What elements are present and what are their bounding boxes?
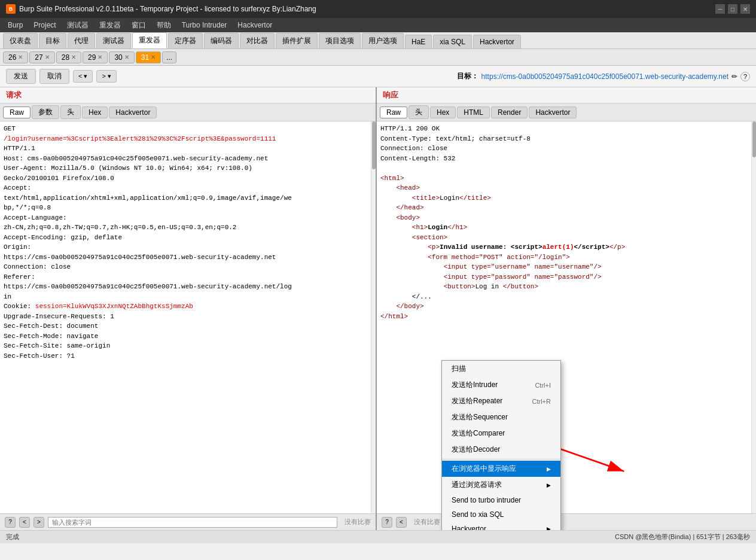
title-bar-left: B Burp Suite Professional v2.0.11beta - … (6, 4, 316, 14)
request-line-5: User-Agent: Mozilla/5.0 (Windows NT 10.0… (4, 163, 372, 174)
ctx-scan[interactable]: 扫描 (442, 361, 560, 377)
response-tab-hackvertor[interactable]: Hackvertor (529, 106, 577, 118)
resp-line-18: </... (380, 292, 752, 302)
edit-icon[interactable]: ✏ (731, 72, 737, 81)
subtab-27[interactable]: 27 ✕ (29, 51, 54, 63)
status-left: 完成 (6, 532, 19, 541)
request-tab-hex[interactable]: Hex (82, 106, 108, 118)
request-tab-hackvertor[interactable]: Hackvertor (109, 106, 157, 118)
toolbar: 发送 取消 < ▾ > ▾ 目标： https://cms-0a0b005204… (0, 66, 756, 87)
tab-target[interactable]: 目标 (39, 33, 66, 48)
context-menu: 扫描 发送给Intruder Ctrl+I 发送给Repeater Ctrl+R… (441, 360, 561, 530)
menu-window[interactable]: 窗口 (127, 19, 151, 32)
response-scrollbar-thumb[interactable] (752, 121, 756, 157)
subtab-30-close[interactable]: ✕ (124, 54, 129, 60)
request-tab-raw[interactable]: Raw (3, 106, 31, 118)
response-tab-html[interactable]: HTML (457, 106, 490, 118)
ctx-browser-request[interactable]: 通过浏览器请求 (442, 477, 560, 493)
cancel-button[interactable]: 取消 (39, 69, 69, 84)
request-line-7: Accept: (4, 183, 372, 193)
resp-line-4: Content-Length: 532 (380, 154, 752, 164)
tab-user-options[interactable]: 用户选项 (362, 33, 404, 48)
ctx-sep-1 (442, 459, 560, 459)
send-button[interactable]: 发送 (6, 69, 36, 84)
response-tab-headers[interactable]: 头 (409, 105, 429, 119)
ctx-send-repeater[interactable]: 发送给Repeater Ctrl+R (442, 393, 560, 409)
ctx-send-turbo[interactable]: Send to turbo intruder (442, 493, 560, 507)
ctx-send-intruder[interactable]: 发送给Intruder Ctrl+I (442, 377, 560, 393)
subtab-more[interactable]: ... (162, 51, 176, 63)
resp-line-9: </head> (380, 203, 752, 213)
menu-help[interactable]: 帮助 (152, 19, 176, 32)
subtab-31[interactable]: 31 ✕ (136, 51, 161, 63)
request-help-btn[interactable]: ? (5, 517, 16, 528)
request-content[interactable]: GET /login?username=%3Cscript%3Ealert%28… (0, 121, 376, 513)
tab-encoder[interactable]: 编码器 (204, 33, 239, 48)
resp-line-7: <head> (380, 183, 752, 193)
tab-comparer[interactable]: 对比器 (240, 33, 275, 48)
response-help-btn[interactable]: ? (382, 517, 392, 528)
tab-hackvertor[interactable]: Hackvertor (473, 35, 521, 48)
minimize-button[interactable]: ─ (715, 4, 725, 14)
response-prev-btn[interactable]: < (396, 517, 407, 528)
tab-tester[interactable]: 测试器 (96, 33, 131, 48)
tab-extensions[interactable]: 插件扩展 (276, 33, 318, 48)
request-search-input[interactable] (48, 517, 337, 528)
ctx-send-decoder[interactable]: 发送给Decoder (442, 442, 560, 458)
ctx-send-xia-sql[interactable]: Send to xia SQL (442, 507, 560, 522)
tab-dashboard[interactable]: 仪表盘 (3, 33, 38, 48)
request-prev-btn[interactable]: < (19, 517, 30, 528)
request-line-13: Origin: (4, 242, 372, 252)
menu-turbo[interactable]: Turbo Intruder (177, 20, 232, 31)
tab-sequencer[interactable]: 定序器 (168, 33, 203, 48)
window-controls[interactable]: ─ □ ✕ (715, 4, 750, 14)
request-scrollbar-thumb[interactable] (372, 121, 376, 169)
response-tabs: Raw 头 Hex HTML Render Hackvertor (377, 104, 756, 121)
maximize-button[interactable]: □ (728, 4, 737, 14)
subtab-29-close[interactable]: ✕ (97, 54, 102, 60)
prev-button[interactable]: < ▾ (73, 70, 93, 83)
response-tab-hex[interactable]: Hex (430, 106, 456, 118)
tab-hae[interactable]: HaE (405, 35, 432, 48)
tab-xia-sql[interactable]: xia SQL (433, 35, 472, 48)
request-tab-params[interactable]: 参数 (32, 105, 59, 119)
help-icon[interactable]: ? (740, 72, 750, 81)
menu-project[interactable]: Project (29, 20, 60, 31)
tab-repeater[interactable]: 重发器 (132, 32, 167, 48)
ctx-send-comparer[interactable]: 发送给Comparer (442, 425, 560, 442)
resp-line-5 (380, 163, 752, 174)
menu-tester[interactable]: 测试器 (62, 19, 93, 32)
next-button[interactable]: > ▾ (96, 70, 116, 83)
subtab-30[interactable]: 30 ✕ (109, 51, 134, 63)
app-title: Burp Suite Professional v2.0.11beta - Te… (19, 5, 316, 13)
subtab-26[interactable]: 26 ✕ (3, 51, 28, 63)
response-content[interactable]: HTTP/1.1 200 OK Content-Type: text/html;… (377, 121, 756, 530)
request-scrollbar[interactable] (371, 121, 376, 513)
subtab-28[interactable]: 28 ✕ (56, 51, 81, 63)
ctx-show-in-browser[interactable]: 在浏览器中显示响应 (442, 461, 560, 477)
resp-line-2: Content-Type: text/html; charset=utf-8 (380, 134, 752, 144)
subtab-29[interactable]: 29 ✕ (83, 51, 108, 63)
subtab-31-close[interactable]: ✕ (151, 54, 156, 60)
tab-proxy[interactable]: 代理 (68, 33, 95, 48)
subtab-27-close[interactable]: ✕ (45, 54, 50, 60)
close-button[interactable]: ✕ (740, 4, 750, 14)
response-scrollbar[interactable] (751, 121, 756, 530)
request-line-8: text/html,application/xhtml+xml,applicat… (4, 193, 372, 203)
menu-hackvertor[interactable]: Hackvertor (233, 20, 277, 31)
subtab-26-close[interactable]: ✕ (18, 54, 23, 60)
request-line-17: https://cms-0a0b005204975a91c040c25f005e… (4, 282, 372, 292)
ctx-send-sequencer[interactable]: 发送给Sequencer (442, 409, 560, 425)
request-no-match: 没有比赛 (345, 518, 371, 526)
request-next-btn[interactable]: > (33, 517, 44, 528)
tab-project-options[interactable]: 项目选项 (319, 33, 361, 48)
response-tab-raw[interactable]: Raw (380, 106, 407, 118)
menu-repeater[interactable]: 重发器 (94, 19, 126, 32)
request-tabs: Raw 参数 头 Hex Hackvertor (0, 104, 376, 121)
subtab-28-close[interactable]: ✕ (71, 54, 76, 60)
response-tab-render[interactable]: Render (491, 106, 528, 118)
ctx-hackvertor[interactable]: Hackvertor (442, 522, 560, 530)
request-pane: 请求 Raw 参数 头 Hex Hackvertor GET /login?us… (0, 87, 377, 530)
menu-burp[interactable]: Burp (3, 20, 28, 31)
request-tab-headers[interactable]: 头 (60, 105, 81, 119)
